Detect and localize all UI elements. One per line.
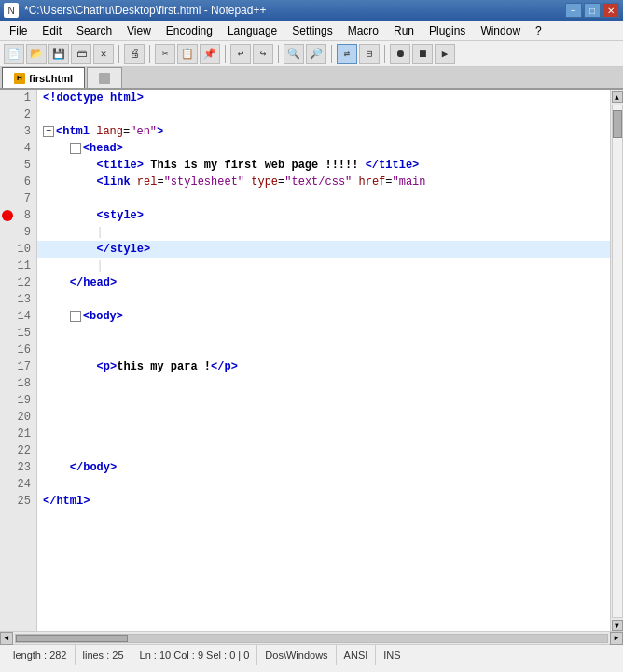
tab-file-icon: H	[14, 73, 25, 84]
window-controls: − □ ✕	[565, 3, 619, 18]
tab-bar: H first.html	[0, 67, 623, 90]
vertical-scrollbar[interactable]: ▲ ▼	[610, 90, 623, 631]
code-line-10: </style>	[37, 241, 610, 258]
zoom-in-button[interactable]: 🔎	[306, 44, 326, 64]
scroll-right-arrow[interactable]: ►	[610, 632, 623, 645]
scroll-track-h[interactable]	[15, 634, 608, 643]
status-mode: INS	[376, 645, 408, 665]
code-line-13	[37, 291, 610, 308]
code-line-24	[37, 476, 610, 493]
macro1-button[interactable]: ⏺	[390, 44, 410, 64]
line-num-1: 1	[0, 90, 36, 106]
open-button[interactable]: 📂	[26, 44, 47, 64]
code-line-8: <style>	[37, 207, 610, 224]
scroll-up-arrow[interactable]: ▲	[612, 91, 623, 103]
menu-file[interactable]: File	[2, 21, 35, 40]
close-button[interactable]: ✕	[602, 3, 619, 18]
redo-button[interactable]: ↪	[253, 44, 273, 64]
code-line-2	[37, 106, 610, 123]
line-num-20: 20	[0, 409, 36, 426]
line-num-25: 25	[0, 493, 36, 510]
line-num-15: 15	[0, 325, 36, 342]
menu-macro[interactable]: Macro	[340, 21, 386, 40]
code-line-6: <link rel="stylesheet" type="text/css" h…	[37, 174, 610, 190]
code-line-17: <p>this my para !</p>	[37, 358, 610, 375]
paste-button[interactable]: 📌	[200, 44, 220, 64]
code-line-7	[37, 190, 610, 207]
status-lines: lines : 25	[76, 645, 132, 665]
save-all-button[interactable]: 🗃	[71, 44, 91, 64]
wrap-button[interactable]: ⇌	[337, 44, 357, 64]
line-num-3: 3	[0, 123, 36, 140]
copy-button[interactable]: 📋	[177, 44, 198, 64]
tab-second[interactable]	[87, 67, 122, 88]
menu-search[interactable]: Search	[69, 21, 119, 40]
cut-button[interactable]: ✂	[155, 44, 175, 64]
status-length: length : 282	[6, 645, 76, 665]
menu-help[interactable]: ?	[528, 21, 549, 40]
collapse-icon-14[interactable]: −	[70, 311, 81, 322]
line-num-23: 23	[0, 459, 36, 476]
line-num-10: 10	[0, 241, 36, 258]
scroll-down-arrow[interactable]: ▼	[612, 620, 623, 631]
code-line-5: <title> This is my first web page !!!!! …	[37, 157, 610, 174]
maximize-button[interactable]: □	[584, 3, 601, 18]
collapse-icon-3[interactable]: −	[43, 126, 54, 137]
undo-button[interactable]: ↩	[230, 44, 251, 64]
line-num-21: 21	[0, 426, 36, 442]
print-button[interactable]: 🖨	[124, 44, 145, 64]
tab-first-html-label: first.html	[29, 73, 73, 84]
menu-language[interactable]: Language	[220, 21, 284, 40]
collapse-icon-4[interactable]: −	[70, 143, 81, 154]
status-position: Ln : 10 Col : 9 Sel : 0 | 0	[132, 645, 258, 665]
menu-edit[interactable]: Edit	[35, 21, 69, 40]
menu-settings[interactable]: Settings	[284, 21, 339, 40]
toolbar-sep6	[384, 45, 385, 63]
line-num-11: 11	[0, 258, 36, 274]
menu-encoding[interactable]: Encoding	[159, 21, 220, 40]
tab-first-html[interactable]: H first.html	[2, 67, 85, 88]
scroll-thumb-h[interactable]	[16, 635, 128, 642]
find-button[interactable]: 🔍	[284, 44, 304, 64]
scroll-thumb-v[interactable]	[613, 110, 622, 138]
window-title: *C:\Users\Chathu\Desktop\first.html - No…	[24, 4, 266, 17]
horizontal-scrollbar[interactable]: ◄ ►	[0, 631, 623, 644]
line-num-14: 14	[0, 308, 36, 325]
line-num-24: 24	[0, 476, 36, 493]
code-line-4: −<head>	[37, 140, 610, 157]
code-line-14: −<body>	[37, 308, 610, 325]
toolbar-sep2	[149, 45, 150, 63]
close-button2[interactable]: ✕	[93, 44, 114, 64]
menu-plugins[interactable]: Plugins	[422, 21, 473, 40]
menu-run[interactable]: Run	[386, 21, 422, 40]
code-line-15	[37, 325, 610, 342]
line-numbers: 1 2 3 4 5 6 7 8 9 10 11 12 13 14 15 16 1…	[0, 90, 37, 631]
code-line-1: <!doctype html>	[37, 90, 610, 106]
code-line-12: </head>	[37, 274, 610, 291]
minimize-button[interactable]: −	[565, 3, 582, 18]
code-line-20	[37, 409, 610, 426]
scroll-left-arrow[interactable]: ◄	[0, 632, 13, 645]
new-button[interactable]: 📄	[4, 44, 24, 64]
scroll-track-v[interactable]	[612, 105, 623, 618]
line-num-22: 22	[0, 442, 36, 459]
editor: 1 2 3 4 5 6 7 8 9 10 11 12 13 14 15 16 1…	[0, 90, 623, 631]
title-bar-left: N *C:\Users\Chathu\Desktop\first.html - …	[4, 3, 266, 18]
indent-button[interactable]: ⊟	[359, 44, 380, 64]
code-line-22	[37, 442, 610, 459]
line-num-5: 5	[0, 157, 36, 174]
code-line-25: </html>	[37, 493, 610, 510]
tab-second-icon	[99, 73, 110, 84]
macro2-button[interactable]: ⏹	[412, 44, 433, 64]
line-num-19: 19	[0, 392, 36, 409]
save-button[interactable]: 💾	[48, 44, 69, 64]
macro3-button[interactable]: ▶	[435, 44, 455, 64]
code-line-23: </body>	[37, 459, 610, 476]
toolbar-sep4	[278, 45, 279, 63]
code-area[interactable]: <!doctype html> −<html lang="en"> −<head…	[37, 90, 610, 631]
code-line-3: −<html lang="en">	[37, 123, 610, 140]
line-num-18: 18	[0, 375, 36, 392]
line-num-12: 12	[0, 274, 36, 291]
menu-view[interactable]: View	[119, 21, 159, 40]
menu-window[interactable]: Window	[473, 21, 528, 40]
